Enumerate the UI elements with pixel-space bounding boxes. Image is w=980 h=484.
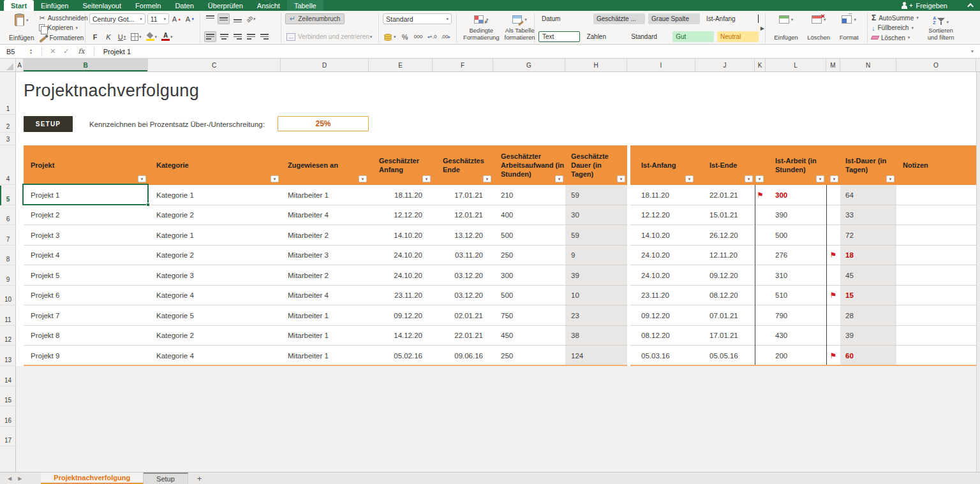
cell-n5[interactable]: 64 xyxy=(840,185,896,205)
cell-b8[interactable]: Projekt 4 xyxy=(24,246,148,265)
cell-b7[interactable]: Projekt 3 xyxy=(24,225,148,246)
cell-l5[interactable]: 300 xyxy=(766,185,826,205)
cell-c6[interactable]: Kategorie 2 xyxy=(148,205,281,225)
cell-n10[interactable]: 15 xyxy=(840,286,896,305)
style-chip-gut[interactable]: Gut xyxy=(672,31,714,42)
style-chip-graue-spalte[interactable]: Graue Spalte xyxy=(648,13,700,24)
row-header-13[interactable]: 13 xyxy=(0,346,16,366)
autosum-button[interactable]: ΣAutoSumme▾ xyxy=(872,13,919,22)
align-top-button[interactable] xyxy=(204,13,216,24)
menu-tab-daten[interactable]: Daten xyxy=(168,0,200,11)
cell-c10[interactable]: Kategorie 4 xyxy=(148,286,281,305)
style-chip-ist-anfang[interactable]: Ist-Anfang xyxy=(703,13,755,24)
cell-e7[interactable]: 14.10.20 xyxy=(369,225,433,246)
cell-l8[interactable]: 276 xyxy=(766,246,826,265)
cell-g7[interactable]: 500 xyxy=(493,225,565,246)
cell-o6[interactable] xyxy=(896,205,976,225)
cell-c9[interactable]: Kategorie 3 xyxy=(148,265,281,286)
cell-e9[interactable]: 24.10.20 xyxy=(369,265,433,286)
column-header-h[interactable]: H xyxy=(565,59,627,71)
cell-l9[interactable]: 310 xyxy=(766,265,826,286)
cell-n12[interactable]: 39 xyxy=(840,326,896,346)
increase-indent-button[interactable] xyxy=(258,31,270,42)
sheet-nav-forward-icon[interactable]: ▶ xyxy=(18,476,22,481)
cell-c13[interactable]: Kategorie 4 xyxy=(148,346,281,366)
filter-button-n[interactable]: ▼ xyxy=(886,175,895,182)
cell-h12[interactable]: 38 xyxy=(565,326,627,346)
cell-o9[interactable] xyxy=(896,265,976,286)
fill-color-button[interactable]: ▾ xyxy=(145,31,159,42)
percent-button[interactable]: % xyxy=(399,31,411,42)
row-header-1[interactable]: 1 xyxy=(0,72,16,115)
sort-filter-button[interactable]: AZ▾ Sortierenund filtern xyxy=(925,13,957,42)
column-header-j[interactable]: J xyxy=(695,59,755,71)
menu-tab-start[interactable]: Start xyxy=(4,0,34,11)
borders-button[interactable]: ▾ xyxy=(130,31,143,42)
cell-j10[interactable]: 08.12.20 xyxy=(695,286,755,305)
column-header-g[interactable]: G xyxy=(493,59,565,71)
filter-button-c[interactable]: ▼ xyxy=(271,175,279,182)
cell-g13[interactable]: 250 xyxy=(493,346,565,366)
cell-d9[interactable]: Mitarbeiter 2 xyxy=(281,265,369,286)
cell-o11[interactable] xyxy=(896,305,976,326)
styles-gallery-more-icon[interactable]: ▶ xyxy=(761,26,764,31)
cell-f6[interactable]: 12.01.21 xyxy=(433,205,493,225)
cell-l10[interactable]: 510 xyxy=(766,286,826,305)
cell-o13[interactable] xyxy=(896,346,976,366)
add-sheet-button[interactable]: + xyxy=(188,473,211,484)
cell-g6[interactable]: 400 xyxy=(493,205,565,225)
cell-c5[interactable]: Kategorie 1 xyxy=(148,185,281,205)
filter-button-d[interactable]: ▼ xyxy=(359,175,367,182)
cell-j8[interactable]: 12.11.20 xyxy=(695,246,755,265)
format-cells-button[interactable]: ▾ Format xyxy=(837,13,861,42)
paste-button[interactable]: ▾ Einfügen xyxy=(6,13,36,42)
cell-i13[interactable]: 05.03.16 xyxy=(630,346,695,366)
cell-i7[interactable]: 14.10.20 xyxy=(630,225,695,246)
cell-j12[interactable]: 17.01.21 xyxy=(695,326,755,346)
cell-k13[interactable] xyxy=(755,346,766,366)
cell-f9[interactable]: 03.12.20 xyxy=(433,265,493,286)
filter-button-e[interactable]: ▼ xyxy=(422,175,431,182)
cell-o8[interactable] xyxy=(896,246,976,265)
row-header-4[interactable]: 4 xyxy=(0,145,16,185)
column-header-c[interactable]: C xyxy=(148,59,281,71)
cell-o10[interactable] xyxy=(896,286,976,305)
cell-b11[interactable]: Projekt 7 xyxy=(24,305,148,326)
cell-e5[interactable]: 18.11.20 xyxy=(369,185,433,205)
filter-button-g[interactable]: ▼ xyxy=(555,175,563,182)
font-family-select[interactable]: Century Got...▾ xyxy=(89,13,145,24)
style-chip-zahlen[interactable]: Zahlen xyxy=(583,31,625,42)
cell-b9[interactable]: Projekt 5 xyxy=(24,265,148,286)
cell-e10[interactable]: 23.11.20 xyxy=(369,286,433,305)
font-color-button[interactable]: A▾ xyxy=(160,31,174,42)
cell-l11[interactable]: 790 xyxy=(766,305,826,326)
column-header-f[interactable]: F xyxy=(433,59,493,71)
cell-k10[interactable] xyxy=(755,286,766,305)
thousands-button[interactable]: 000 xyxy=(413,31,424,42)
cell-f5[interactable]: 17.01.21 xyxy=(433,185,493,205)
cell-j6[interactable]: 15.01.21 xyxy=(695,205,755,225)
cell-d8[interactable]: Mitarbeiter 3 xyxy=(281,246,369,265)
row-header-10[interactable]: 10 xyxy=(0,286,16,305)
merge-center-button[interactable]: ↔Verbinden und zentrieren▾ xyxy=(285,31,373,42)
menu-tab-ansicht[interactable]: Ansicht xyxy=(250,0,287,11)
font-size-select[interactable]: 11▾ xyxy=(147,13,169,24)
number-format-select[interactable]: Standard▾ xyxy=(383,13,452,24)
cell-i8[interactable]: 24.10.20 xyxy=(630,246,695,265)
cell-f11[interactable]: 02.01.21 xyxy=(433,305,493,326)
column-header-l[interactable]: L xyxy=(766,59,826,71)
cell-e6[interactable]: 12.12.20 xyxy=(369,205,433,225)
cell-c8[interactable]: Kategorie 2 xyxy=(148,246,281,265)
style-chip-datum[interactable]: Datum xyxy=(538,13,590,24)
insert-cells-button[interactable]: ▾ Einfügen xyxy=(771,13,801,42)
cell-n13[interactable]: 60 xyxy=(840,346,896,366)
cell-d10[interactable]: Mitarbeiter 4 xyxy=(281,286,369,305)
column-header-n[interactable]: N xyxy=(840,59,896,71)
align-left-button[interactable] xyxy=(204,31,216,42)
vertical-scrollbar[interactable] xyxy=(976,72,980,472)
cell-f8[interactable]: 03.11.20 xyxy=(433,246,493,265)
row-header-11[interactable]: 11 xyxy=(0,305,16,326)
cell-h6[interactable]: 30 xyxy=(565,205,627,225)
cell-i9[interactable]: 24.10.20 xyxy=(630,265,695,286)
cell-g8[interactable]: 250 xyxy=(493,246,565,265)
